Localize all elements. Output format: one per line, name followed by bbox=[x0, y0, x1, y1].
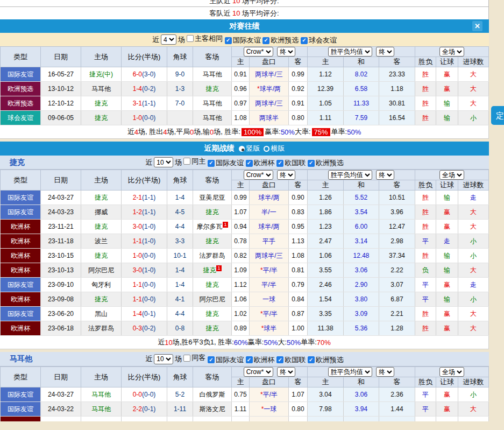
bookmaker-select[interactable]: Crow* bbox=[244, 367, 273, 377]
filter-checkbox[interactable]: ✓ 同客 bbox=[183, 353, 205, 363]
summary-segment: 大: bbox=[278, 337, 287, 347]
avg-time-select[interactable]: 终 bbox=[376, 367, 394, 377]
score-halftime: 3-0(1-0) bbox=[122, 220, 167, 234]
checkbox-icon[interactable]: ✓ bbox=[308, 356, 315, 363]
score-halftime: 0-0(0-0) bbox=[122, 387, 167, 402]
checkbox-icon[interactable]: ✓ bbox=[301, 37, 308, 44]
avg-draw-odds: 12.48 bbox=[344, 249, 379, 263]
home-team: 捷克 bbox=[81, 249, 122, 263]
handicap-home-odds: 1.09 bbox=[232, 263, 250, 278]
rank-badge: 1 bbox=[223, 222, 228, 228]
checkbox-icon[interactable]: ✓ bbox=[183, 355, 190, 362]
avg-odds-select[interactable]: 胜平负均值 bbox=[328, 367, 372, 377]
period-select[interactable]: 全场 bbox=[439, 170, 464, 180]
match-type-badge: 欧洲杯 bbox=[1, 249, 41, 263]
bookmaker-select[interactable]: Crow* bbox=[244, 47, 273, 57]
recent-titlebar: 近期战绩 竖版 横版 bbox=[0, 142, 489, 156]
avg-time-select[interactable]: 终 bbox=[376, 170, 394, 180]
filter-checkbox[interactable]: ✓ 欧洲预选 bbox=[308, 158, 344, 168]
corner-score: 4-4 bbox=[167, 307, 193, 321]
away-team: 捷克 bbox=[193, 205, 232, 220]
checkbox-icon[interactable]: ✓ bbox=[208, 356, 215, 363]
checkbox-icon[interactable]: ✓ bbox=[246, 356, 253, 363]
filter-checkbox[interactable]: ✓ 国际友谊 bbox=[208, 355, 244, 365]
horizontal-radio[interactable] bbox=[264, 146, 269, 152]
checkbox-icon[interactable]: ✓ bbox=[246, 160, 253, 167]
filter-checkbox[interactable]: ✓ 欧国联 bbox=[276, 355, 306, 365]
handicap-away-odds: 0.83 bbox=[289, 205, 308, 220]
match-type-badge: 欧洲杯 bbox=[1, 220, 41, 234]
filter-checkbox[interactable]: ✓ 欧洲预选 bbox=[262, 36, 299, 45]
filter-checkbox[interactable]: ✓ 欧洲预选 bbox=[308, 355, 344, 365]
avg-time-select[interactable]: 终 bbox=[376, 47, 394, 57]
handicap-group-header: Crow* 终 bbox=[232, 47, 308, 57]
col-score: 比分(半场) bbox=[122, 170, 167, 191]
col-corner: 角球 bbox=[167, 367, 193, 387]
page: 主队近 10 场平均评分: 客队近 10 场平均评分: 对赛往绩 ✕ 近 4 场… bbox=[0, 0, 504, 430]
score-halftime: 1-1(1-0) bbox=[122, 234, 167, 249]
h2h-near-count-select[interactable]: 4 bbox=[161, 34, 176, 45]
match-date: 09-06-05 bbox=[41, 111, 81, 125]
handicap-line: 两球半/三 bbox=[250, 96, 289, 111]
match-date: 23-09-08 bbox=[41, 292, 81, 307]
checkbox-icon[interactable]: ✓ bbox=[183, 158, 190, 165]
handicap-time-select[interactable]: 终 bbox=[277, 170, 295, 180]
avg-draw-odds: 8.02 bbox=[344, 67, 379, 82]
checkbox-icon[interactable]: ✓ bbox=[225, 37, 232, 44]
away-team: 法罗群岛 bbox=[193, 249, 232, 263]
result-winlose: 胜 bbox=[415, 321, 436, 336]
checkbox-icon[interactable]: ✓ bbox=[187, 35, 194, 42]
match-date: 13-10-12 bbox=[41, 82, 81, 96]
malta-near-count-select[interactable]: 10 bbox=[154, 354, 173, 364]
checkbox-icon[interactable]: ✓ bbox=[276, 356, 283, 363]
vertical-radio[interactable] bbox=[239, 146, 245, 152]
checkbox-icon[interactable]: ✓ bbox=[208, 160, 215, 167]
result-winlose: 胜 bbox=[415, 249, 436, 263]
result-handicap: 输 bbox=[436, 96, 458, 111]
result-winlose: 胜 bbox=[415, 82, 436, 96]
checkbox-icon[interactable]: ✓ bbox=[276, 160, 283, 167]
result-handicap: 输 bbox=[436, 111, 458, 125]
malta-table: 类型 日期 主场 比分(半场) 角球 客场 Crow* 终 胜平负均值 终 全场 bbox=[0, 366, 489, 421]
filter-checkbox[interactable]: ✓ 欧国联 bbox=[276, 158, 306, 168]
czech-near-count-select[interactable]: 10 bbox=[154, 157, 173, 167]
filter-checkbox[interactable]: ✓ 球会友谊 bbox=[301, 36, 337, 45]
checkbox-icon[interactable]: ✓ bbox=[308, 160, 315, 167]
avg-home-odds: 2.47 bbox=[308, 234, 344, 249]
col-date: 日期 bbox=[41, 170, 81, 191]
checkbox-icon[interactable]: ✓ bbox=[262, 37, 269, 44]
avg-draw-odds: 5.36 bbox=[344, 321, 379, 336]
bookmaker-select[interactable]: Crow* bbox=[244, 170, 273, 180]
col-avg-draw: 和 bbox=[344, 377, 379, 387]
result-goals: 大 bbox=[458, 205, 489, 220]
home-team: 波兰 bbox=[81, 234, 122, 249]
handicap-away-odds: 0.87 bbox=[289, 307, 308, 321]
filter-checkbox[interactable]: ✓ 欧洲杯 bbox=[246, 355, 275, 365]
side-pin-button[interactable]: 定 bbox=[491, 106, 504, 125]
filter-checkbox[interactable]: ✓ 同主 bbox=[183, 157, 205, 166]
period-select[interactable]: 全场 bbox=[439, 367, 464, 377]
col-away: 客场 bbox=[193, 47, 232, 67]
filter-checkbox[interactable]: ✓ 国际友谊 bbox=[208, 158, 244, 168]
result-goals: 小 bbox=[458, 387, 489, 402]
avg-odds-select[interactable]: 胜平负均值 bbox=[328, 47, 372, 57]
col-handicap-home: 主 bbox=[232, 180, 250, 191]
filter-checkbox[interactable]: ✓ 欧洲杯 bbox=[246, 158, 275, 168]
filter-checkbox[interactable]: ✓ 主客相同 bbox=[187, 34, 223, 44]
handicap-time-select[interactable]: 终 bbox=[277, 367, 295, 377]
avg-odds-select[interactable]: 胜平负均值 bbox=[328, 170, 372, 180]
handicap-line: 两球半/三 bbox=[250, 249, 289, 263]
match-date: 23-11-18 bbox=[41, 234, 81, 249]
summary-segment: 近 bbox=[158, 337, 165, 347]
vertical-label: 竖版 bbox=[246, 144, 260, 153]
filter-checkbox[interactable]: ✓ 国际友谊 bbox=[225, 36, 261, 45]
away-team: 阿尔巴尼 bbox=[193, 292, 232, 307]
close-icon[interactable]: ✕ bbox=[472, 21, 482, 31]
match-row: 国际友谊 23-06-20 黑山 1-4(0-1) 4-4 捷克 1.02 *平… bbox=[1, 307, 489, 321]
period-select[interactable]: 全场 bbox=[439, 47, 464, 57]
summary-segment: 主队近 bbox=[209, 0, 230, 5]
handicap-line: 平/半 bbox=[250, 278, 289, 292]
handicap-away-odds: 0.79 bbox=[289, 278, 308, 292]
handicap-time-select[interactable]: 终 bbox=[277, 47, 295, 57]
avg-home-odds: 1.26 bbox=[308, 191, 344, 205]
